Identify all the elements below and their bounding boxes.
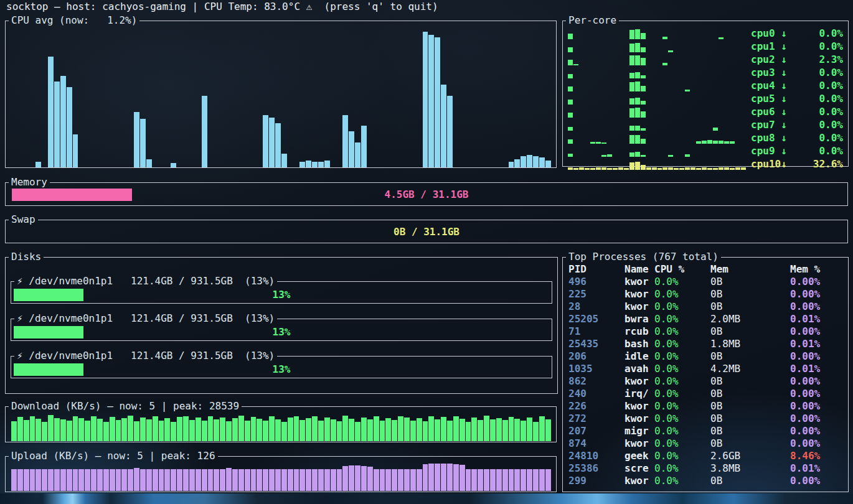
core-name: cpu9 ↓ — [751, 145, 787, 157]
chart-bar — [674, 168, 679, 170]
process-cell-pcpu: 0.0% — [654, 400, 710, 413]
per-core-row: cpu3 ↓0.0% — [565, 66, 846, 79]
chart-bar — [629, 135, 634, 144]
chart-bar — [514, 419, 520, 441]
chart-bar — [417, 469, 422, 491]
header-memp: Mem % — [790, 263, 846, 276]
process-cell-pmem: 0B — [710, 325, 790, 338]
chart-bar — [294, 469, 299, 491]
process-cell-pid: 71 — [568, 325, 624, 338]
process-cell-pcpu: 0.0% — [654, 338, 710, 350]
process-cell-pmem: 0B — [710, 400, 790, 413]
chart-bar — [140, 119, 146, 167]
chart-bar — [97, 469, 103, 491]
process-cell-pid: 25205 — [568, 313, 624, 325]
chart-bar — [496, 469, 502, 491]
process-cell-pname: irq/ — [624, 388, 654, 400]
chart-bar — [78, 469, 84, 491]
per-core-row: cpu1 ↓0.0% — [565, 40, 846, 53]
chart-bar — [521, 156, 526, 167]
chart-bar — [724, 167, 729, 170]
chart-bar — [121, 469, 127, 491]
chart-bar — [73, 416, 78, 441]
disk-label: ⚡ /dev/nvme0n1p1 121.4GB / 931.5GB (13%) — [14, 275, 277, 287]
chart-bar — [607, 154, 612, 157]
chart-bar — [490, 419, 496, 441]
chart-bar — [299, 469, 305, 491]
chart-bar — [257, 419, 262, 441]
chart-bar — [324, 161, 330, 167]
process-cell-pmemp: 0.00% — [790, 288, 846, 301]
chart-bar — [539, 157, 545, 167]
chart-bar — [447, 421, 453, 441]
chart-bar — [696, 141, 701, 144]
chart-bar — [177, 417, 182, 441]
disk-usage-gauge: 13% — [14, 326, 549, 338]
per-core-sparkline — [568, 68, 746, 78]
chart-bar — [361, 418, 367, 441]
chart-bar — [153, 469, 158, 491]
chart-bar — [318, 162, 324, 167]
chart-bar — [30, 416, 35, 441]
chart-bar — [629, 108, 634, 118]
chart-bar — [306, 418, 311, 441]
chart-bar — [171, 469, 176, 491]
process-cell-pname: migr — [624, 425, 654, 437]
process-cell-pmem: 0B — [710, 288, 790, 301]
process-cell-pcpu: 0.0% — [654, 437, 710, 450]
per-core-sparkline — [568, 81, 746, 91]
process-row: 206idle0.0%0B0.00% — [568, 350, 846, 363]
chart-bar — [702, 141, 707, 144]
process-cell-pmemp: 0.00% — [790, 437, 846, 450]
download-panel: Download (KB/s) — now: 5 | peak: 28539 — [5, 400, 557, 442]
chart-bar — [601, 142, 606, 144]
per-core-row: cpu0 ↓0.0% — [565, 27, 846, 40]
chart-bar — [635, 55, 640, 65]
chart-bar — [428, 35, 434, 167]
chart-bar — [164, 418, 170, 441]
chart-bar — [441, 85, 446, 167]
chart-bar — [202, 469, 207, 491]
process-cell-pmem: 0B — [710, 276, 790, 288]
chart-bar — [146, 159, 152, 167]
terminal-window[interactable]: socktop — host: cachyos-gaming | CPU Tem… — [0, 0, 853, 493]
process-cell-pname: bash — [624, 338, 654, 350]
chart-bar — [220, 418, 225, 441]
chart-bar — [428, 464, 434, 491]
chart-bar — [159, 469, 164, 491]
chart-bar — [140, 418, 146, 441]
process-row: 862kwor0.0%0B0.00% — [568, 375, 846, 388]
process-cell-pmemp: 0.01% — [790, 313, 846, 325]
chart-bar — [545, 161, 551, 167]
chart-bar — [410, 421, 416, 441]
per-core-sparkline — [568, 42, 746, 52]
chart-bar — [349, 465, 354, 491]
per-core-row: cpu5 ↓0.0% — [565, 92, 846, 105]
chart-bar — [48, 57, 54, 167]
process-cell-pname: kwor — [624, 400, 654, 413]
chart-bar — [238, 469, 244, 491]
chart-bar — [324, 418, 330, 441]
process-cell-pmemp: 0.00% — [790, 413, 846, 425]
chart-bar — [374, 416, 379, 441]
chart-bar — [385, 469, 391, 491]
process-cell-pcpu: 0.0% — [654, 375, 710, 388]
chart-bar — [641, 139, 646, 144]
chart-bar — [533, 469, 539, 491]
chart-bar — [214, 469, 219, 491]
chart-bar — [134, 421, 139, 441]
per-core-label: cpu9 ↓0.0% — [751, 145, 843, 157]
titlebar-quit-hint: (press 'q' to quit) — [312, 1, 438, 12]
app-titlebar: socktop — host: cachyos-gaming | CPU Tem… — [6, 1, 438, 13]
process-cell-pmemp: 0.01% — [790, 363, 846, 375]
chart-bar — [312, 162, 318, 167]
process-cell-pname: kwor — [624, 413, 654, 425]
process-row: 272kwor0.0%0B0.00% — [568, 413, 846, 425]
chart-bar — [355, 142, 361, 167]
disk-gauge-box: ⚡ /dev/nvme0n1p1 121.4GB / 931.5GB (13%)… — [11, 275, 552, 304]
per-core-row: cpu10↓32.6% — [565, 157, 846, 170]
per-core-sparkline — [568, 55, 746, 65]
chart-bar — [202, 96, 207, 167]
chart-bar — [573, 168, 578, 170]
chart-bar — [453, 464, 459, 491]
